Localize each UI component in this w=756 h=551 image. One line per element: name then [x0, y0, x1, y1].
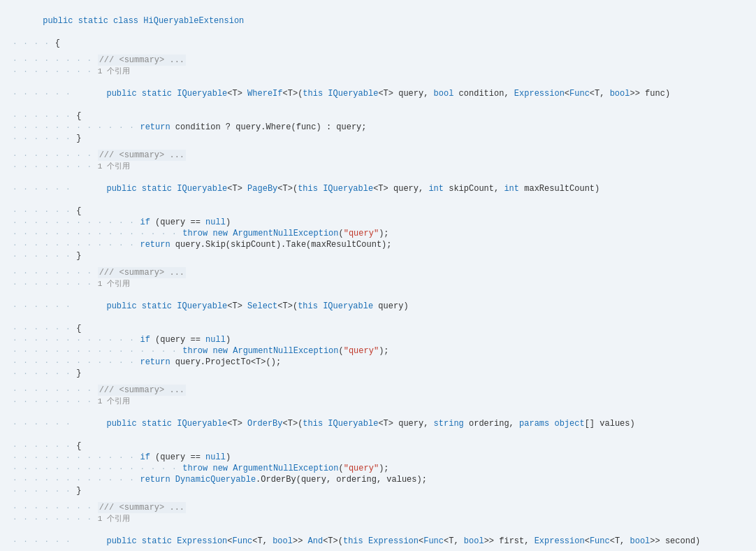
- sig-1: · · · · · · public static IQueryable<T> …: [0, 77, 756, 110]
- refcount-3: · · · · · · · · 1 个引用: [0, 278, 756, 289]
- close-brace-4: · · · · · · }: [0, 485, 756, 496]
- refcount-2: · · · · · · · · 1 个引用: [0, 161, 756, 172]
- body-4-1: · · · · · · · · · · · · if (query == nul…: [0, 452, 756, 463]
- summary-5: · · · · · · · · /// <summary> ...: [0, 502, 756, 513]
- summary-4: · · · · · · · · /// <summary> ...: [0, 385, 756, 396]
- open-brace-4: · · · · · · {: [0, 441, 756, 452]
- summary-2: · · · · · · · · /// <summary> ...: [0, 150, 756, 161]
- sig-4: · · · · · · public static IQueryable<T> …: [0, 407, 756, 441]
- sig-3: · · · · · · public static IQueryable<T> …: [0, 289, 756, 323]
- body-2-3: · · · · · · · · · · · · return query.Ski…: [0, 239, 756, 250]
- body-2-1: · · · · · · · · · · · · if (query == nul…: [0, 217, 756, 228]
- sep-4: [0, 496, 756, 502]
- body-4-3: · · · · · · · · · · · · return DynamicQu…: [0, 474, 756, 485]
- class-header-line: public static class HiQueryableExtension: [0, 4, 756, 38]
- summary-1: · · · · · · · · /// <summary> ...: [0, 55, 756, 66]
- open-brace-3: · · · · · · {: [0, 323, 756, 334]
- refcount-4: · · · · · · · · 1 个引用: [0, 396, 756, 407]
- open-brace-2: · · · · · · {: [0, 206, 756, 217]
- body-4-2: · · · · · · · · · · · · · · · · throw ne…: [0, 463, 756, 474]
- body-3-3: · · · · · · · · · · · · return query.Pro…: [0, 357, 756, 368]
- sep-3: [0, 379, 756, 385]
- sep-0: [0, 49, 756, 55]
- close-brace-3: · · · · · · }: [0, 368, 756, 379]
- close-brace-1: · · · · · · }: [0, 133, 756, 144]
- refcount-5: · · · · · · · · 1 个引用: [0, 513, 756, 524]
- summary-comment-1: /// <summary> ...: [98, 55, 186, 66]
- refcount-1: · · · · · · · · 1 个引用: [0, 66, 756, 77]
- body-3-2: · · · · · · · · · · · · · · · · throw ne…: [0, 345, 756, 357]
- close-brace-2: · · · · · · }: [0, 250, 756, 262]
- sig-2: · · · · · · public static IQueryable<T> …: [0, 172, 756, 206]
- summary-3: · · · · · · · · /// <summary> ...: [0, 267, 756, 278]
- open-brace-0: · · · · {: [0, 38, 756, 49]
- code-container: public static class HiQueryableExtension…: [0, 0, 756, 551]
- sep-2: [0, 262, 756, 267]
- body-3-1: · · · · · · · · · · · · if (query == nul…: [0, 334, 756, 345]
- sep-1: [0, 144, 756, 150]
- body-1-1: · · · · · · · · · · · · return condition…: [0, 122, 756, 133]
- body-2-2: · · · · · · · · · · · · · · · · throw ne…: [0, 228, 756, 239]
- sig-5: · · · · · · public static Expression<Fun…: [0, 524, 756, 551]
- open-brace-1: · · · · · · {: [0, 110, 756, 122]
